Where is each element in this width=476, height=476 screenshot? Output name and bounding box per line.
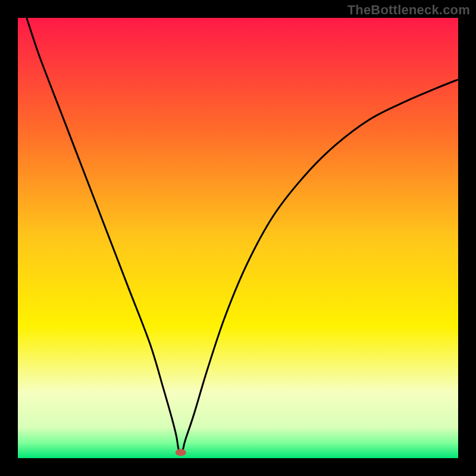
- chart-plot-area: [18, 18, 458, 458]
- chart-frame: TheBottleneck.com: [0, 0, 476, 476]
- chart-background: [18, 18, 458, 458]
- optimal-point-marker: [176, 449, 186, 456]
- chart-svg: [18, 18, 458, 458]
- watermark-text: TheBottleneck.com: [347, 2, 470, 18]
